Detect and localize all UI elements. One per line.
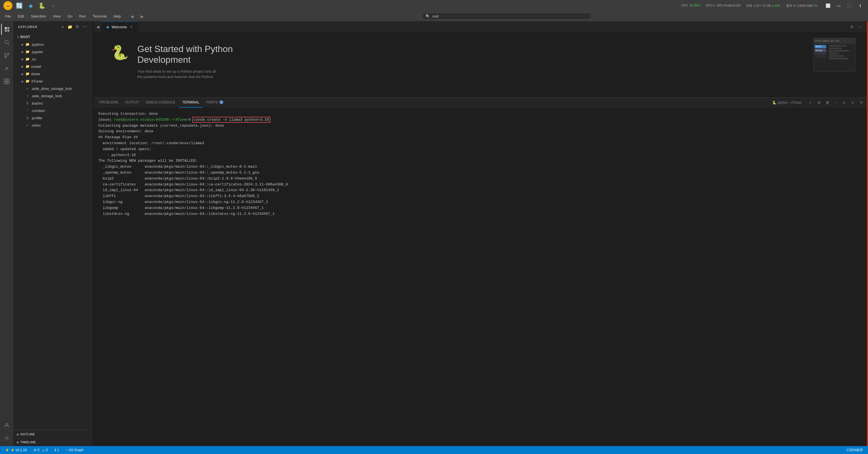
layout-left-icon[interactable]: ⬜ [824,1,832,10]
new-folder-icon[interactable]: 📁 [67,24,73,30]
file-icon: ≡ [25,86,30,91]
activity-account[interactable] [1,420,12,431]
folder-arrow-icon: ▶ [20,64,25,69]
tree-item-share[interactable]: ▶ 📁 share [13,70,92,78]
tab-bar: ◀ ◈ Welcome ✕ ⧉ ⋯ [94,22,867,32]
tree-item-nv[interactable]: ▶ 📁 .nv [13,55,92,63]
tree-item-jupyter[interactable]: ▶ 📁 .jupyter [13,48,92,55]
panel-tab-ports[interactable]: PORTS 1 [203,97,227,108]
menu-run[interactable]: Run [76,13,89,20]
python-lang-icon[interactable]: 🐍 [37,1,46,10]
menu-go[interactable]: Go [65,13,75,20]
folder-icon: 📁 [25,42,30,47]
terminal-more-icon[interactable]: ⋯ [832,99,839,106]
panel-tab-problems[interactable]: PROBLEMS [96,97,122,108]
statusbar-errors[interactable]: ⊘ 0 △ 0 [32,448,50,453]
tree-item-aide-drive[interactable]: ▶ ≡ .aide_drive_storage_lock [13,85,92,92]
tree-root[interactable]: ▼ ROOT [13,33,92,41]
statusbar-git-graph[interactable]: ⑂ Git Graph [64,448,85,453]
main-layout: EXPLORER + 📁 ↻ ⋯ ▼ ROOT ▶ 📁 .ipython [0,22,868,446]
preview-file-apppy: app.py [815,45,826,48]
tab-close-icon[interactable]: ✕ [129,25,134,29]
terminal-instance-info: 🐍 python - XTuner [772,101,802,104]
panel-tab-output[interactable]: OUTPUT [122,97,143,108]
search-bar[interactable]: 🔍 [422,13,591,20]
tree-item-xtuner[interactable]: ▶ 📁 XTuner [13,78,92,85]
git-label: Git Graph [69,448,84,452]
activity-run-debug[interactable] [1,63,12,74]
chevron-up-icon[interactable]: ∧ [841,99,848,106]
add-terminal-icon[interactable]: + [807,99,814,106]
menu-selection[interactable]: Selection [28,13,49,20]
back-button[interactable]: ◀ [128,12,136,20]
tree-item-aide-storage[interactable]: ▶ ≡ .aide_storage_lock [13,92,92,99]
preview-title-text: EXPLORER APP API [815,39,839,42]
panel-tabs: PROBLEMS OUTPUT DEBUG CONSOLE TERMINAL P… [94,97,867,108]
menu-terminal[interactable]: Terminal [90,13,110,20]
forward-button[interactable]: ▶ [138,12,146,20]
activity-extensions[interactable] [1,76,12,87]
trash-terminal-icon[interactable]: 🗑 [824,99,831,106]
layout-center-icon[interactable]: ▭ [834,1,843,10]
statusbar-info[interactable]: ℹ 1 [53,448,61,453]
split-editor-icon[interactable]: ⧉ [848,24,855,30]
ports-badge: 1 [219,100,224,104]
info-icon[interactable]: ℹ [856,1,865,10]
search-input[interactable] [432,14,588,19]
circle-icon[interactable]: ○ [49,1,58,10]
info-count: 1 [57,448,59,452]
collapse-all-icon[interactable]: ⋯ [82,24,88,30]
vscode-blue-icon[interactable]: ◈ [26,1,35,10]
csdn-text: CSDN推荐 [846,448,863,453]
preview-file-other2 [815,56,826,58]
split-terminal-icon[interactable]: ⧉ [815,99,822,106]
new-file-icon[interactable]: + [60,24,66,30]
activity-explorer[interactable] [1,24,12,35]
panel-actions: 🐍 python - XTuner + ⧉ 🗑 ⋯ ∧ ∨ ✕ [772,99,865,106]
tree-item-bashrc[interactable]: ▶ $ .bashrc [13,99,92,107]
chevron-down-icon[interactable]: ∨ [849,99,856,106]
menubar: File Edit Selection View Go Run Terminal… [0,11,868,22]
refresh-icon[interactable]: 🔄 [15,1,24,10]
version-text: ⚡ v0.1.18 [10,448,27,452]
activity-settings[interactable] [1,432,12,444]
tab-welcome[interactable]: ◈ Welcome ✕ [102,22,138,32]
menu-file[interactable]: File [2,13,14,20]
highlighted-command: conda create -n llama3 python=3.10 [193,117,270,122]
svg-rect-2 [7,27,9,29]
refresh-explorer-icon[interactable]: ↻ [74,24,81,30]
svg-rect-0 [5,27,7,29]
terminal-shell-icon: 🐍 [772,101,776,104]
svg-line-5 [8,43,9,45]
preview-titlebar: EXPLORER APP API [813,38,855,44]
layout-right-icon[interactable]: ⬛ [845,1,854,10]
terminal-line: added / updated specs: [98,146,862,152]
activity-source-control[interactable] [1,50,12,61]
panel-tab-terminal[interactable]: TERMINAL [179,97,203,108]
tree-item-condarc[interactable]: ▶ ! .condarc [13,107,92,114]
folder-arrow-icon: ▶ [20,79,25,83]
menu-view[interactable]: View [50,13,64,20]
collapse-panel-icon[interactable]: ◀ [94,22,102,32]
more-actions-icon[interactable]: ⋯ [857,24,864,30]
statusbar-version[interactable]: ⚡ ⚡ v0.1.18 [3,448,29,453]
activity-search[interactable] [1,37,12,48]
menu-help[interactable]: Help [111,13,124,20]
avatar-icon[interactable]: 🐱 [3,1,12,10]
panel-tab-debug-console[interactable]: DEBUG CONSOLE [143,97,179,108]
titlebar-actions: ⬜ ▭ ⬛ ℹ [824,1,865,10]
welcome-section: 🐍 Get Started with Python Development Yo… [94,32,867,97]
statusbar-csdn[interactable]: CSDN推荐 [845,447,865,453]
folder-icon: 📁 [25,64,30,69]
tree-item-ipython[interactable]: ▶ 📁 .ipython [13,41,92,48]
outline-section[interactable]: ▶ OUTLINE [13,430,92,438]
tree-item-model[interactable]: ▶ 📁 model [13,63,92,70]
git-icon: ⑂ [66,448,68,452]
tree-item-profile[interactable]: ▶ $ .profile [13,114,92,122]
prompt-user: root@intern-studio-045290:~/XTuner [114,118,189,122]
close-panel-icon[interactable]: ✕ [858,99,865,106]
timeline-section[interactable]: ▶ TIMELINE [13,438,92,446]
menu-edit[interactable]: Edit [15,13,27,20]
tree-item-vimrc[interactable]: ▶ ≡ .vimrc [13,122,92,129]
terminal-content[interactable]: Executing transaction: done(base) root@i… [94,108,867,446]
